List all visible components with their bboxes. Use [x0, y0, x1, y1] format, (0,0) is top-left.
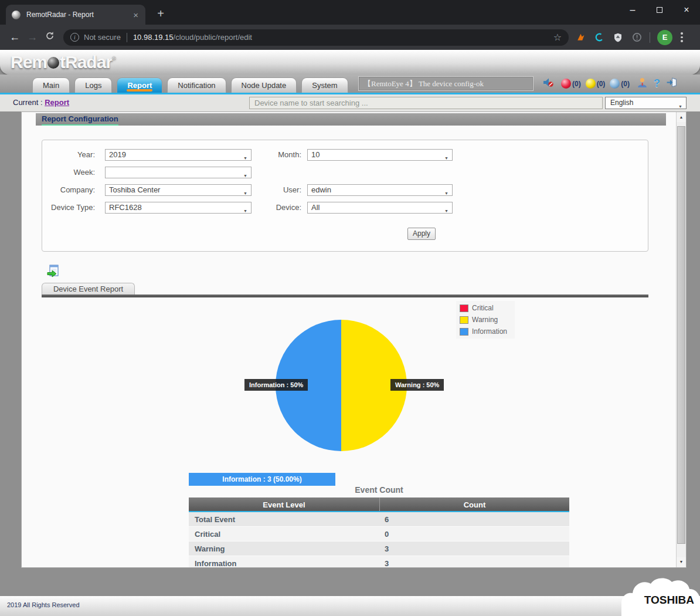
warning-count: (0)	[597, 80, 606, 88]
breadcrumb-report-link[interactable]: Report	[45, 98, 69, 107]
logout-icon[interactable]	[666, 77, 677, 90]
device-select[interactable]: All▼	[307, 202, 453, 214]
extension-info-icon[interactable]	[630, 31, 644, 45]
device-type-label: Device Type:	[42, 202, 95, 214]
event-count-title: Event Count	[189, 485, 569, 495]
app-navbar: Main Logs Report Notification Node Updat…	[0, 75, 700, 94]
scrollbar-thumb[interactable]	[677, 126, 685, 544]
close-button[interactable]: ×	[673, 0, 700, 20]
user-icon[interactable]	[637, 77, 648, 90]
tab-notification[interactable]: Notification	[167, 77, 226, 93]
export-report-button[interactable]	[46, 265, 60, 279]
device-type-select[interactable]: RFC1628▼	[105, 202, 252, 214]
device-label: Device:	[252, 202, 301, 214]
table-row: Total Event6	[189, 512, 569, 527]
toshiba-cloud: TOSHIBA	[621, 576, 700, 616]
table-row: Critical0	[189, 527, 569, 541]
forward-button[interactable]: →	[23, 31, 41, 43]
tab-logs[interactable]: Logs	[74, 77, 112, 93]
report-config-form: Year: 2019▼ Month: 10▼ Week: ▼ Company: …	[42, 140, 648, 252]
information-count: (0)	[621, 80, 630, 88]
status-message: 【RemtoEye 4】 The device config-ok	[358, 76, 534, 91]
reload-button[interactable]	[41, 31, 59, 43]
app-logo: RemtRadar®	[11, 52, 116, 72]
warning-alert-icon[interactable]	[586, 79, 596, 89]
information-alert-icon[interactable]	[610, 79, 620, 89]
week-label: Week:	[42, 167, 95, 178]
help-icon[interactable]: ?	[654, 77, 660, 90]
language-select[interactable]: English ▼	[605, 97, 687, 109]
scroll-up-button[interactable]: ▲	[677, 113, 686, 122]
scroll-down-button[interactable]: ▼	[677, 557, 686, 567]
critical-swatch-icon	[460, 304, 468, 312]
tab-close-icon[interactable]: ×	[132, 10, 140, 20]
extension-shield-icon[interactable]	[611, 31, 625, 45]
content-panel: Report Configuration Year: 2019▼ Month: …	[21, 111, 687, 568]
tab-report[interactable]: Report	[117, 77, 162, 93]
table-row: Information3	[189, 556, 569, 568]
mute-speaker-icon[interactable]	[543, 77, 554, 90]
toshiba-logo: TOSHIBA	[644, 594, 694, 607]
breadcrumb: Current : Report	[13, 98, 69, 107]
company-select[interactable]: Toshiba Center▼	[105, 184, 252, 196]
user-select[interactable]: edwin▼	[307, 184, 453, 196]
report-configuration-header: Report Configuration	[36, 113, 666, 126]
bookmark-star-icon[interactable]: ☆	[553, 32, 562, 43]
critical-alert-icon[interactable]	[561, 79, 571, 89]
legend-item-warning: Warning	[460, 316, 511, 324]
divider	[650, 32, 650, 43]
reload-icon	[45, 31, 55, 40]
export-icon	[46, 265, 60, 279]
favicon-icon	[12, 11, 21, 19]
year-select[interactable]: 2019▼	[105, 149, 252, 161]
window-controls: – ×	[619, 0, 700, 20]
extension-ring-icon[interactable]	[592, 31, 606, 45]
month-select[interactable]: 10▼	[307, 149, 453, 161]
critical-count: (0)	[572, 80, 581, 88]
pie-callout-information: Information : 50%	[244, 379, 308, 391]
url-host: 10.98.19.15	[133, 33, 174, 42]
user-label: User:	[252, 184, 301, 196]
address-bar[interactable]: i Not secure 10.98.19.15/cloud/public/re…	[63, 29, 569, 46]
chevron-down-icon: ▼	[243, 153, 247, 164]
apply-button[interactable]: Apply	[407, 228, 436, 240]
logo-sphere-icon	[47, 57, 59, 69]
vertical-scrollbar[interactable]: ▲ ▼	[676, 112, 686, 567]
divider	[127, 33, 127, 42]
legend-item-information: Information	[460, 327, 511, 336]
legend-item-critical: Critical	[460, 304, 511, 312]
screen: RemotRadar - Report × + – × ← → i Not se…	[0, 0, 700, 616]
extension-fox-icon[interactable]	[573, 31, 587, 45]
info-icon[interactable]: i	[70, 33, 79, 42]
minimize-button[interactable]: –	[619, 0, 646, 20]
chevron-down-icon: ▼	[444, 153, 448, 164]
maximize-icon	[657, 7, 662, 13]
tab-node-update[interactable]: Node Update	[231, 77, 297, 93]
tab-system[interactable]: System	[301, 77, 348, 93]
header-count: Count	[380, 497, 569, 511]
browser-toolbar: ← → i Not secure 10.98.19.15/cloud/publi…	[0, 25, 700, 50]
device-search-input[interactable]	[249, 97, 603, 109]
profile-avatar[interactable]: E	[657, 30, 672, 45]
warning-swatch-icon	[460, 316, 468, 324]
company-label: Company:	[42, 184, 95, 196]
week-select[interactable]: ▼	[105, 167, 252, 178]
new-tab-button[interactable]: +	[152, 6, 169, 22]
chevron-down-icon: ▼	[243, 171, 247, 181]
footer: 2019 All Rights Reserved	[0, 596, 700, 616]
browser-menu-icon[interactable]	[681, 32, 683, 42]
status-icons: (0) (0) (0) ?	[543, 75, 677, 93]
maximize-button[interactable]	[646, 0, 673, 20]
chart-legend: Critical Warning Information	[456, 301, 515, 339]
tab-main[interactable]: Main	[32, 77, 70, 93]
event-count-table: Event Level Count Total Event6 Critical0…	[189, 497, 569, 568]
pie-selection-bar: Information : 3 (50.00%)	[189, 473, 335, 486]
information-swatch-icon	[460, 328, 468, 336]
browser-tab[interactable]: RemotRadar - Report ×	[6, 5, 145, 25]
year-label: Year:	[42, 149, 95, 161]
browser-titlebar: RemotRadar - Report × + – ×	[0, 0, 700, 25]
language-value: English	[610, 99, 633, 107]
back-button[interactable]: ←	[6, 31, 23, 43]
url-path: /cloud/public/report/edit	[174, 33, 252, 42]
device-event-report-tab[interactable]: Device Event Report	[42, 283, 135, 295]
